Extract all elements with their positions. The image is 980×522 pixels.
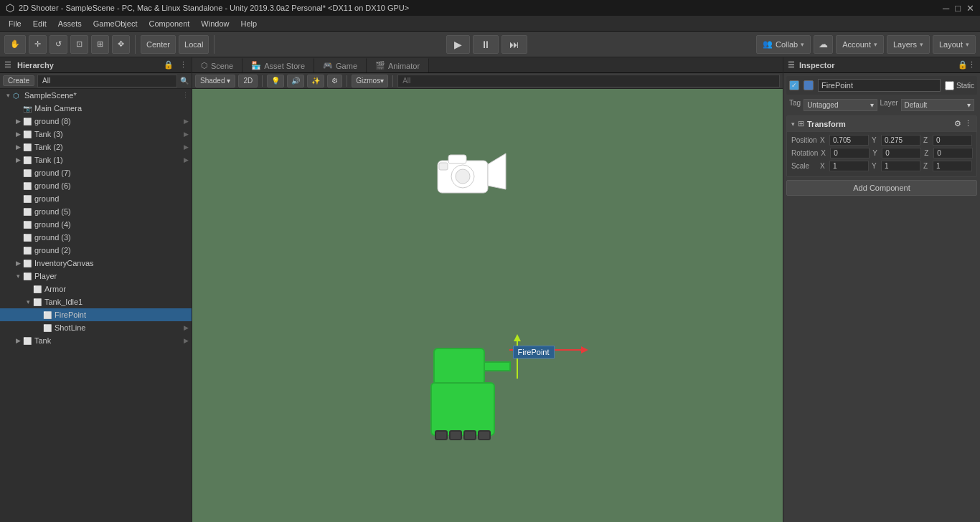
component-settings-icon[interactable]: ⚙ <box>954 119 961 128</box>
hierarchy-item-maincamera[interactable]: 📷 Main Camera <box>0 102 192 115</box>
tool-rect[interactable]: ⊞ <box>91 35 109 54</box>
gizmos-dropdown[interactable]: Gizmos ▾ <box>352 75 388 87</box>
tab-animator[interactable]: 🎬 Animator <box>367 58 429 72</box>
space-toggle[interactable]: Local <box>179 35 209 54</box>
hierarchy-item-shotline[interactable]: ⬜ ShotLine ▶ <box>0 321 192 334</box>
cloud-button[interactable]: ☁ <box>814 35 833 54</box>
cube-icon: ⬜ <box>23 195 33 203</box>
cube-icon: ⬜ <box>23 118 33 125</box>
menu-help[interactable]: Help <box>235 18 263 29</box>
hierarchy-item-ground7[interactable]: ⬜ ground (7) <box>0 166 192 179</box>
tool-move[interactable]: ✛ <box>29 35 47 54</box>
inspector-panel-icon: ☰ <box>788 60 795 70</box>
hierarchy-item-ground5[interactable]: ⬜ ground (5) <box>0 205 192 218</box>
arrow-icon: ▶ <box>13 143 23 151</box>
hierarchy-item-tank2[interactable]: ▶ ⬜ Tank (2) ▶ <box>0 141 192 153</box>
hierarchy-item-inventorycanvas[interactable]: ▶ ⬜ InventoryCanvas <box>0 257 192 270</box>
hierarchy-item-tank1[interactable]: ▶ ⬜ Tank (1) ▶ <box>0 153 192 166</box>
scene-view[interactable]: FirePoint <box>192 89 783 522</box>
minimize-btn[interactable]: ─ <box>943 3 949 14</box>
hierarchy-item-ground4[interactable]: ⬜ ground (4) <box>0 218 192 231</box>
account-dropdown[interactable]: Account ▾ <box>836 35 884 54</box>
menu-file[interactable]: File <box>3 18 27 29</box>
hierarchy-item-armor[interactable]: ⬜ Armor <box>0 283 192 295</box>
collab-button[interactable]: 👥 Collab ▾ <box>756 35 811 54</box>
mode-dropdown[interactable]: 2D <box>238 75 258 87</box>
object-color-picker[interactable] <box>804 80 814 90</box>
tool-rotate[interactable]: ↺ <box>50 35 67 54</box>
titlebar-left: ⬡ 2D Shooter - SampleScene - PC, Mac & L… <box>6 2 409 14</box>
scale-z-input[interactable] <box>933 161 972 171</box>
hierarchy-content: ▾ ⬡ SampleScene* ⋮ 📷 Main Camera ▶ ⬜ <box>0 89 192 522</box>
tab-scene[interactable]: ⬡ Scene <box>192 58 242 72</box>
hierarchy-create-btn[interactable]: Create <box>3 75 34 86</box>
rotation-y-input[interactable] <box>882 148 921 158</box>
rx-axis-label: X <box>821 149 828 157</box>
play-button[interactable]: ▶ <box>446 35 470 54</box>
hierarchy-item-ground8[interactable]: ▶ ⬜ ground (8) ▶ <box>0 115 192 128</box>
close-btn[interactable]: ✕ <box>966 3 974 14</box>
menu-window[interactable]: Window <box>195 18 235 29</box>
tab-game[interactable]: 🎮 Game <box>314 58 367 72</box>
menu-assets[interactable]: Assets <box>52 18 88 29</box>
layers-dropdown[interactable]: Layers ▾ <box>887 35 930 54</box>
separator2 <box>347 75 347 87</box>
layout-arrow-icon: ▾ <box>966 41 969 48</box>
audio-btn[interactable]: 🔊 <box>287 75 304 87</box>
pivot-toggle[interactable]: Center <box>141 35 176 54</box>
tag-dropdown[interactable]: Untagged ▾ <box>804 99 877 111</box>
position-x-input[interactable] <box>829 135 869 146</box>
object-name-field[interactable] <box>818 79 941 92</box>
hierarchy-item-ground2[interactable]: ⬜ ground (2) <box>0 244 192 257</box>
position-z-input[interactable] <box>933 135 972 146</box>
scale-x-input[interactable] <box>829 161 869 171</box>
fx-btn[interactable]: ✨ <box>307 75 324 87</box>
rotation-label: Rotation <box>791 149 818 157</box>
static-toggle[interactable]: Static <box>945 81 974 90</box>
hierarchy-item-tankidle1[interactable]: ▾ ⬜ Tank_Idle1 <box>0 295 192 308</box>
active-checkbox[interactable]: ✓ <box>789 80 799 90</box>
pause-button[interactable]: ⏸ <box>473 35 499 54</box>
tool-transform[interactable]: ✥ <box>112 35 130 54</box>
toolbar: ✋ ✛ ↺ ⊡ ⊞ ✥ Center Local ▶ ⏸ ⏭ 👥 Collab … <box>0 32 980 57</box>
hierarchy-search-input[interactable] <box>37 75 177 87</box>
tab-assetstore[interactable]: 🏪 Asset Store <box>242 58 314 72</box>
hierarchy-item-firepoint[interactable]: ⬜ FirePoint <box>0 308 192 321</box>
rotation-x-input[interactable] <box>830 148 870 158</box>
hierarchy-item-ground6[interactable]: ⬜ ground (6) <box>0 179 192 192</box>
scene-settings-btn[interactable]: ⚙ <box>327 75 342 87</box>
menu-component[interactable]: Component <box>143 18 195 29</box>
tool-hand[interactable]: ✋ <box>4 35 26 54</box>
titlebar-controls[interactable]: ─ □ ✕ <box>943 3 974 14</box>
inspector-lock-icon[interactable]: 🔒 <box>958 60 968 70</box>
hierarchy-item-ground[interactable]: ⬜ ground <box>0 192 192 205</box>
hierarchy-item-tank3[interactable]: ▶ ⬜ Tank (3) ▶ <box>0 128 192 141</box>
layout-dropdown[interactable]: Layout ▾ <box>933 35 976 54</box>
hierarchy-item-samplescene[interactable]: ▾ ⬡ SampleScene* ⋮ <box>0 89 192 102</box>
separator <box>262 75 263 87</box>
position-y-input[interactable] <box>881 135 920 146</box>
shading-dropdown[interactable]: Shaded ▾ <box>195 75 235 87</box>
tool-scale[interactable]: ⊡ <box>70 35 88 54</box>
hierarchy-item-tank[interactable]: ▶ ⬜ Tank ▶ <box>0 334 192 347</box>
inspector-options-icon[interactable]: ⋮ <box>968 60 976 70</box>
inspector-title: Inspector <box>799 61 835 70</box>
component-menu-icon[interactable]: ⋮ <box>964 119 972 128</box>
rotation-z-input[interactable] <box>933 148 973 158</box>
menu-gameobject[interactable]: GameObject <box>88 18 143 29</box>
component-transform-header[interactable]: ▾ ⊞ Transform ⚙ ⋮ <box>787 116 976 132</box>
step-button[interactable]: ⏭ <box>501 35 527 54</box>
hierarchy-lock-icon[interactable]: 🔒 <box>164 60 174 70</box>
hierarchy-options-icon[interactable]: ⋮ <box>179 60 187 70</box>
cube-icon: ⬜ <box>23 221 33 229</box>
hierarchy-item-player[interactable]: ▾ ⬜ Player <box>0 270 192 283</box>
lighting-btn[interactable]: 💡 <box>267 75 284 87</box>
hierarchy-item-ground3[interactable]: ⬜ ground (3) <box>0 231 192 244</box>
layer-dropdown[interactable]: Default ▾ <box>901 99 974 111</box>
menu-edit[interactable]: Edit <box>27 18 52 29</box>
maximize-btn[interactable]: □ <box>955 3 961 14</box>
add-component-button[interactable]: Add Component <box>786 180 977 196</box>
static-checkbox-input[interactable] <box>945 81 954 90</box>
scene-search-input[interactable] <box>397 75 780 87</box>
scale-y-input[interactable] <box>881 161 920 171</box>
